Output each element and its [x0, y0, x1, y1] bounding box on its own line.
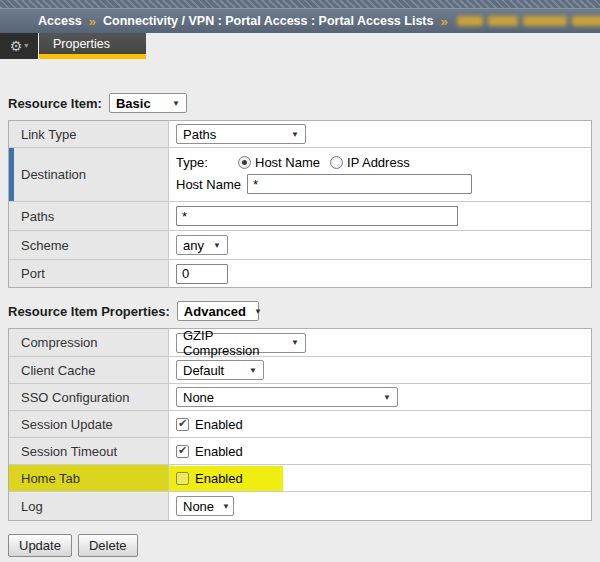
table-row-paths: Paths	[9, 201, 591, 230]
check-icon: ✔	[178, 418, 187, 429]
link-type-select[interactable]: Paths ▼	[176, 124, 306, 144]
table-row-compression: Compression GZIP Compression ▼	[9, 329, 591, 356]
compression-label: Compression	[9, 329, 169, 356]
session-timeout-label: Session Timeout	[9, 438, 169, 464]
radio-host-name-label: Host Name	[255, 155, 320, 170]
table-row-home-tab: Home Tab Enabled	[9, 464, 591, 491]
properties-mode-select[interactable]: Advanced ▼	[177, 301, 259, 321]
main-content: Resource Item: Basic ▼ Link Type Paths ▼…	[0, 93, 600, 557]
scheme-select-value: any	[183, 238, 204, 253]
tab-bar: ⚙ ▾ Properties	[0, 33, 600, 59]
session-update-label: Session Update	[9, 411, 169, 437]
table-row-sso-configuration: SSO Configuration None ▼	[9, 383, 591, 410]
scheme-select[interactable]: any ▼	[176, 235, 228, 255]
select-arrow-icon: ▼	[249, 366, 257, 375]
table-row-destination: Destination Type: Host Name IP Address	[9, 147, 591, 201]
tab-properties-label: Properties	[53, 37, 110, 51]
client-cache-label: Client Cache	[9, 357, 169, 383]
port-input[interactable]	[176, 264, 228, 284]
resource-item-select[interactable]: Basic ▼	[109, 93, 187, 113]
breadcrumb-separator-icon: »	[89, 14, 96, 29]
host-name-field-label: Host Name	[176, 177, 241, 192]
select-arrow-icon: ▼	[172, 99, 180, 108]
select-arrow-icon: ▼	[291, 130, 299, 139]
breadcrumb: Access » Connectivity / VPN : Portal Acc…	[0, 8, 600, 33]
breadcrumb-separator-icon: »	[440, 14, 447, 29]
resource-item-properties-title: Resource Item Properties:	[8, 304, 170, 319]
gear-icon: ⚙	[10, 39, 23, 53]
radio-ip-address-label: IP Address	[347, 155, 410, 170]
home-tab-label: Home Tab	[9, 465, 169, 491]
settings-menu-button[interactable]: ⚙ ▾	[0, 33, 38, 59]
top-striped-border	[0, 0, 600, 8]
resource-item-header: Resource Item: Basic ▼	[8, 93, 592, 113]
table-row-session-timeout: Session Timeout ✔ Enabled	[9, 437, 591, 464]
sso-configuration-select[interactable]: None ▼	[176, 387, 398, 407]
table-row-port: Port	[9, 259, 591, 287]
client-cache-select[interactable]: Default ▼	[176, 360, 264, 380]
table-row-client-cache: Client Cache Default ▼	[9, 356, 591, 383]
resource-item-properties-header: Resource Item Properties: Advanced ▼	[8, 301, 592, 321]
destination-type-label: Type:	[176, 155, 238, 170]
tab-properties[interactable]: Properties	[39, 33, 146, 59]
select-arrow-icon: ▼	[213, 241, 221, 250]
log-select-value: None	[183, 499, 214, 514]
resource-item-properties-table: Compression GZIP Compression ▼ Client Ca…	[8, 328, 592, 521]
table-row-scheme: Scheme any ▼	[9, 230, 591, 259]
client-cache-select-value: Default	[183, 363, 224, 378]
update-button[interactable]: Update	[8, 534, 72, 557]
select-arrow-icon: ▼	[291, 338, 299, 347]
session-timeout-checkbox-label: Enabled	[195, 444, 243, 459]
breadcrumb-root: Access	[38, 14, 82, 28]
sso-configuration-select-value: None	[183, 390, 214, 405]
session-timeout-checkbox[interactable]: ✔	[176, 445, 189, 458]
delete-button[interactable]: Delete	[78, 534, 138, 557]
log-label: Log	[9, 492, 169, 520]
compression-select[interactable]: GZIP Compression ▼	[176, 333, 306, 353]
radio-host-name[interactable]	[238, 156, 251, 169]
destination-label: Destination	[9, 148, 169, 201]
paths-input[interactable]	[176, 206, 458, 226]
scheme-label: Scheme	[9, 231, 169, 259]
link-type-label: Link Type	[9, 121, 169, 147]
destination-accent-bar	[9, 148, 14, 201]
check-icon: ✔	[178, 445, 187, 456]
home-tab-highlight: Enabled	[169, 466, 283, 491]
home-tab-checkbox[interactable]	[176, 472, 189, 485]
compression-select-value: GZIP Compression	[183, 328, 283, 358]
table-row-log: Log None ▼	[9, 491, 591, 520]
chevron-down-icon: ▾	[24, 42, 28, 50]
properties-mode-select-value: Advanced	[184, 304, 246, 319]
home-tab-checkbox-label: Enabled	[195, 471, 243, 486]
host-name-input[interactable]	[247, 174, 472, 194]
sso-configuration-label: SSO Configuration	[9, 384, 169, 410]
select-arrow-icon: ▼	[383, 393, 391, 402]
resource-item-select-value: Basic	[116, 96, 151, 111]
paths-label: Paths	[9, 202, 169, 230]
redacted-resource-name	[457, 16, 600, 26]
radio-ip-address[interactable]	[330, 156, 343, 169]
select-arrow-icon: ▼	[222, 502, 230, 511]
link-type-select-value: Paths	[183, 127, 216, 142]
select-arrow-icon: ▼	[254, 307, 262, 316]
table-row-link-type: Link Type Paths ▼	[9, 121, 591, 147]
table-row-session-update: Session Update ✔ Enabled	[9, 410, 591, 437]
breadcrumb-trail: Connectivity / VPN : Portal Access : Por…	[103, 14, 433, 28]
form-actions: Update Delete	[8, 534, 592, 557]
session-update-checkbox[interactable]: ✔	[176, 418, 189, 431]
port-label: Port	[9, 260, 169, 287]
resource-item-title: Resource Item:	[8, 96, 102, 111]
log-select[interactable]: None ▼	[176, 496, 234, 516]
resource-item-table: Link Type Paths ▼ Destination Type:	[8, 120, 592, 288]
session-update-checkbox-label: Enabled	[195, 417, 243, 432]
